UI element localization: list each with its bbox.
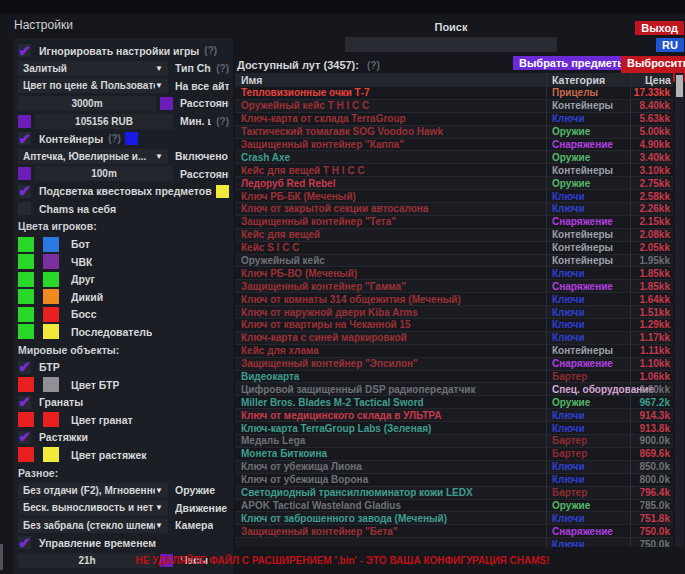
exit-button[interactable]: Выход [635,21,684,35]
loot-table-row[interactable]: Тактический томагавк SOG Voodoo HawkОруж… [235,126,673,139]
cheat-menu-window: Настройки ✔Игнорировать настройки игры(?… [0,0,685,574]
value-input[interactable]: 105156 RUB [35,114,173,129]
checkbox[interactable]: ✔ [18,361,31,374]
language-button[interactable]: RU [656,38,684,52]
loot-table-row[interactable]: Miller Bros. Blades M-2 Tactical SwordОр… [235,396,673,409]
loot-scrollbar[interactable] [675,73,684,547]
column-header-category[interactable]: Категория [546,73,630,87]
color-swatch[interactable] [18,377,34,392]
dropdown[interactable]: Аптечка, Ювелирные и...▼ [18,149,168,164]
loot-table-row[interactable]: Ледоруб Red RebelОружие2.75kk [235,177,673,190]
loot-table-row[interactable]: Тепловизионные очки Т-7Прицелы17.33kk [235,87,673,100]
color-swatch[interactable] [43,377,59,392]
color-swatch[interactable] [43,324,59,339]
color-swatch[interactable] [18,237,34,252]
value-input[interactable]: 100m [35,166,173,181]
loot-table-row[interactable]: Ключ от квартиры на Чеканной 15Ключи1.29… [235,319,673,332]
color-swatch[interactable] [18,289,34,304]
color-swatch[interactable] [43,412,59,427]
loot-table-row[interactable]: Ключ-карта TerraGroup Labs (Зеленая)Ключ… [235,422,673,435]
loot-table-row[interactable]: APOK Tactical Wasteland GladiusОружие785… [235,500,673,513]
loot-table-row[interactable]: Кейс S I C CКонтейнеры2.05kk [235,242,673,255]
loot-table-row[interactable]: Защищенный контейнер "Тета"Снаряжение2.1… [235,216,673,229]
color-swatch[interactable] [43,307,59,322]
loot-item-category: Снаряжение [546,139,630,151]
color-swatch[interactable] [43,447,59,462]
loot-table-row[interactable]: Защищенный контейнер "Эпсилон"Снаряжение… [235,358,673,371]
loot-table-row[interactable]: Кейс для вещейКонтейнеры2.08kk [235,229,673,242]
loot-table-row[interactable]: Светодиодный трансиллюминатор кожи LEDXБ… [235,487,673,500]
checkbox[interactable] [18,202,31,215]
loot-table-row[interactable]: Ключ от медицинского склада в УЛЬТРАКлюч… [235,409,673,422]
checkmark-icon: ✔ [18,538,31,548]
loot-table-row[interactable]: Защищенный контейнер "Бета"Снаряжение750… [235,525,673,538]
checkbox[interactable]: ✔ [18,431,31,444]
loot-table-row[interactable]: Ключ от убежища ЛионаКлючи850.0k [235,461,673,474]
search-input[interactable] [345,37,557,52]
color-swatch[interactable] [18,167,31,180]
loot-table-row[interactable]: Ключи750.0k [235,538,673,547]
loot-table-row[interactable]: Ключ от наружной двери Kiba ArmsКлючи1.5… [235,306,673,319]
column-header-name[interactable]: Имя [235,74,546,86]
loot-item-price: 869.6k [630,448,673,460]
loot-table-row[interactable]: Защищенный контейнер "Каппа"Снаряжение4.… [235,139,673,152]
color-swatch[interactable] [43,237,59,252]
loot-table-row[interactable]: Ключ РБ-ВО (Меченый)Ключи1.85kk [235,267,673,280]
color-swatch[interactable] [18,324,34,339]
loot-scrollbar-thumb[interactable] [676,75,683,97]
loot-table-row[interactable]: Ключ от закрытой секции автосалонаКлючи2… [235,203,673,216]
color-swatch[interactable] [18,272,34,287]
loot-item-name: Ключ от квартиры на Чеканной 15 [235,319,546,330]
loot-table-row[interactable]: Оружейный кейсКонтейнеры1.95kk [235,255,673,268]
column-header-price[interactable]: Цена [630,73,674,87]
loot-table-row[interactable]: Монета БиткоинаБартер869.6k [235,448,673,461]
color-swatch[interactable] [216,185,229,198]
color-swatch[interactable] [125,132,138,145]
loot-table-row[interactable]: Кейс для хламаКонтейнеры1.11kk [235,345,673,358]
color-swatch[interactable] [18,447,34,462]
color-swatch[interactable] [43,254,59,269]
loot-table-row[interactable]: Ключ от комнаты 314 общежития (Меченый)К… [235,293,673,306]
dropdown[interactable]: Залитый▼ [18,61,168,76]
loot-table-row[interactable]: Ключ-карта от склада TerraGroupКлючи5.63… [235,113,673,126]
loot-table-row[interactable]: Цифровой защищенный DSP радиопередатчикС… [235,383,673,396]
loot-item-price: 4.90kk [630,139,673,151]
loot-table-row[interactable]: Защищенный контейнер "Гамма"Снаряжение1.… [235,280,673,293]
loot-table-row[interactable]: Медаль LegaБартер900.0k [235,435,673,448]
checkbox[interactable]: ✔ [18,132,31,145]
color-swatch[interactable] [43,289,59,304]
loot-table-row[interactable]: ВидеокартаБартер1.06kk [235,371,673,384]
loot-item-name: Ключ-карта от склада TerraGroup [235,113,546,124]
loot-table-row[interactable]: Ключ от заброшенного завода (Меченый)Клю… [235,512,673,525]
color-swatch[interactable] [160,97,173,110]
loot-table-row[interactable]: Crash AxeОружие3.40kk [235,151,673,164]
checkbox[interactable]: ✔ [18,396,31,409]
dropdown[interactable]: Без забрала (стекло шлема)▼ [18,518,168,533]
color-swatch[interactable] [18,307,34,322]
checkbox[interactable]: ✔ [18,44,31,57]
loot-table-row[interactable]: Ключ-карта с синей маркировкойКлючи1.17k… [235,332,673,345]
search-label: Поиск [345,21,557,33]
value-input[interactable]: 3000m [18,96,156,111]
color-swatch[interactable] [18,115,31,128]
color-swatch[interactable] [18,254,34,269]
checkbox[interactable]: ✔ [18,185,31,198]
loot-table-row[interactable]: Ключ РБ-БК (Меченый)Ключи2.58kk [235,190,673,203]
color-swatch[interactable] [18,412,34,427]
dropdown[interactable]: Цвет по цене & Пользователь▼ [18,78,168,93]
loot-item-price: 5.00kk [630,126,673,138]
dropdown[interactable]: Беск. выносливость и нет уста▼ [18,500,168,515]
checkbox-label: БТР [39,361,60,373]
checkmark-icon: ✔ [18,432,31,442]
checkmark-icon: ✔ [18,362,31,372]
loot-item-price: 785.0k [630,500,673,512]
loot-table-row[interactable]: Кейс для вещей Т Н I С СКонтейнеры3.10kk [235,164,673,177]
color-swatch[interactable] [43,272,59,287]
dropdown[interactable]: Без отдачи (F2), Мгновенное п▼ [18,483,168,498]
loot-table-row[interactable]: Ключ от убежища ВоронаКлючи800.0k [235,474,673,487]
settings-row-select: Цвет по цене & Пользователь▼На все айтем… [18,78,229,93]
loot-title-text: Доступный лут (3457): [237,59,359,71]
loot-table-row[interactable]: Оружейный кейс Т Н I С СКонтейнеры8.40kk [235,100,673,113]
loot-item-price: 2.05kk [630,242,673,254]
checkbox[interactable]: ✔ [18,536,31,549]
